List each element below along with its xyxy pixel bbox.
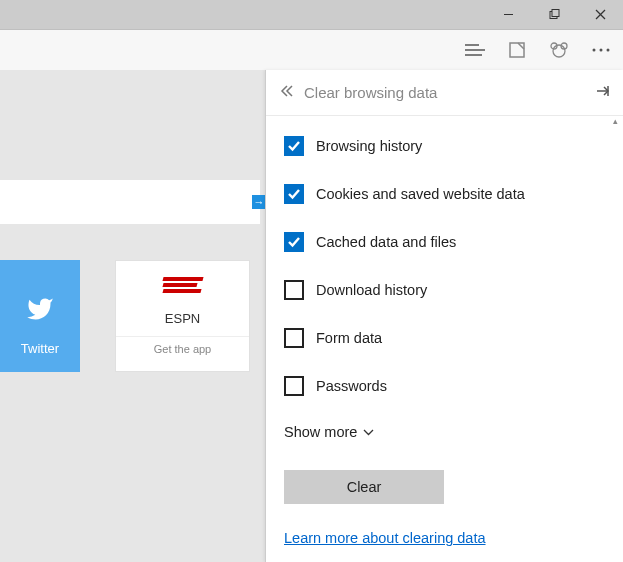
panel-header: Clear browsing data <box>266 70 623 116</box>
tile-label: ESPN <box>165 311 200 326</box>
more-icon[interactable] <box>583 32 619 68</box>
window-titlebar <box>0 0 623 30</box>
minimize-button[interactable] <box>485 0 531 30</box>
panel-body: Browsing historyCookies and saved websit… <box>266 116 623 562</box>
checkbox-label: Form data <box>316 330 382 346</box>
svg-point-15 <box>607 49 610 52</box>
svg-line-9 <box>518 43 524 49</box>
search-strip[interactable]: → <box>0 180 260 224</box>
get-app-link[interactable]: Get the app <box>116 336 249 361</box>
checkbox[interactable] <box>284 184 304 204</box>
share-icon[interactable] <box>541 32 577 68</box>
checkbox-row[interactable]: Cookies and saved website data <box>284 184 605 204</box>
tile-twitter[interactable]: Twitter <box>0 260 80 372</box>
panel-title: Clear browsing data <box>302 84 587 101</box>
checkbox[interactable] <box>284 328 304 348</box>
svg-point-14 <box>600 49 603 52</box>
svg-rect-2 <box>552 10 559 17</box>
checkbox[interactable] <box>284 376 304 396</box>
maximize-button[interactable] <box>531 0 577 30</box>
checkbox-row[interactable]: Passwords <box>284 376 605 396</box>
checkbox[interactable] <box>284 280 304 300</box>
checkbox-label: Passwords <box>316 378 387 394</box>
clear-button[interactable]: Clear <box>284 470 444 504</box>
tiles-row: Twitter ESPN Get the app <box>0 260 250 372</box>
checkbox-row[interactable]: Cached data and files <box>284 232 605 252</box>
tile-label: Twitter <box>21 341 59 356</box>
twitter-icon <box>26 295 54 323</box>
checkbox-row[interactable]: Browsing history <box>284 136 605 156</box>
web-note-icon[interactable] <box>499 32 535 68</box>
checkbox-row[interactable]: Download history <box>284 280 605 300</box>
svg-point-10 <box>553 45 565 57</box>
show-more-toggle[interactable]: Show more <box>284 424 605 440</box>
learn-more-link[interactable]: Learn more about clearing data <box>284 530 486 546</box>
search-handle-icon[interactable]: → <box>252 195 266 209</box>
checkbox[interactable] <box>284 136 304 156</box>
show-more-label: Show more <box>284 424 357 440</box>
back-icon[interactable] <box>280 85 302 100</box>
checkbox[interactable] <box>284 232 304 252</box>
reading-view-icon[interactable] <box>457 32 493 68</box>
checkbox-label: Browsing history <box>316 138 422 154</box>
close-button[interactable] <box>577 0 623 30</box>
checkbox-label: Cached data and files <box>316 234 456 250</box>
checkbox-row[interactable]: Form data <box>284 328 605 348</box>
svg-point-13 <box>593 49 596 52</box>
browser-toolbar <box>0 30 623 70</box>
clear-data-panel: Clear browsing data ▴ Browsing historyCo… <box>265 70 623 562</box>
checkbox-label: Cookies and saved website data <box>316 186 525 202</box>
content-area: t? → Twitter ESPN Get the app Clear brow… <box>0 70 623 562</box>
checkbox-label: Download history <box>316 282 427 298</box>
chevron-down-icon <box>363 429 374 436</box>
pin-icon[interactable] <box>587 84 609 101</box>
espn-icon <box>163 277 203 295</box>
tile-espn[interactable]: ESPN Get the app <box>115 260 250 372</box>
svg-rect-8 <box>510 43 524 57</box>
